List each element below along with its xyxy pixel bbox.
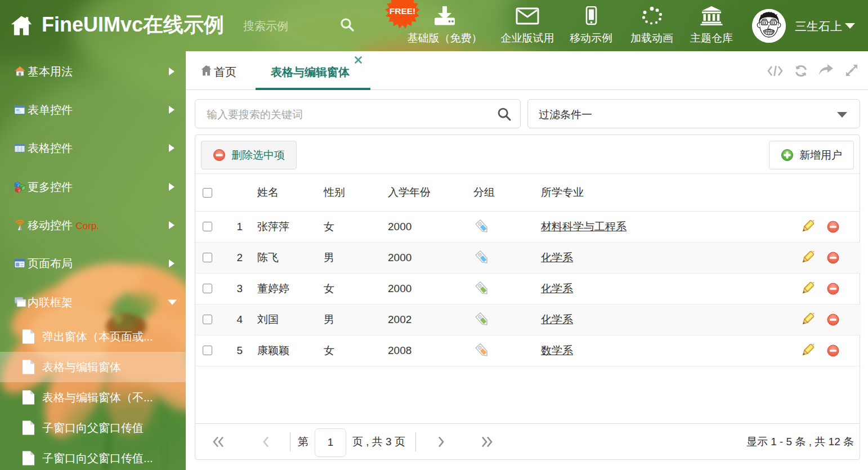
svg-text:FREE!: FREE!	[390, 6, 416, 16]
